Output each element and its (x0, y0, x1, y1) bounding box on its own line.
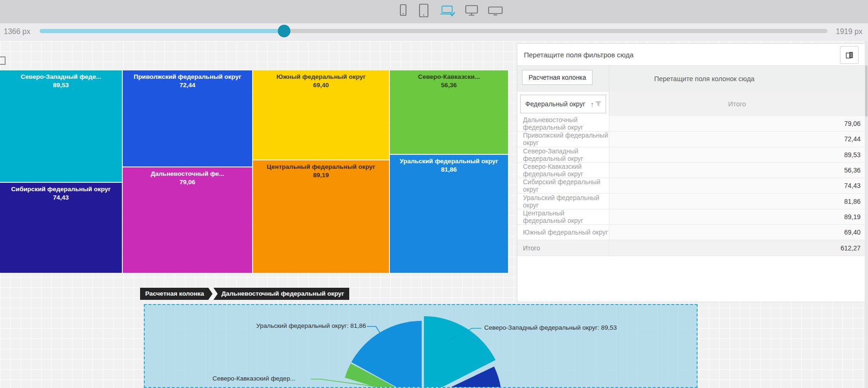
tile-name: Дальневосточный фе... (123, 170, 252, 178)
tile-name: Южный федеральный округ (253, 73, 389, 81)
row-name: Сибирский федеральный округ (517, 178, 609, 193)
row-name: Приволжский федеральный округ (517, 132, 609, 146)
filters-dropzone-label: Перетащите поля фильтров сюда (524, 44, 634, 66)
device-size-toolbar (0, 0, 868, 23)
treemap-tile[interactable]: Дальневосточный фе... 79,06 (123, 167, 252, 273)
sort-arrow-up-icon[interactable]: ↑ (591, 100, 594, 108)
treemap-tile[interactable]: Северо-Западный феде... 89,53 (0, 70, 122, 182)
table-row[interactable]: Сибирский федеральный округ 74,43 (517, 178, 865, 194)
tile-value: 74,43 (0, 194, 122, 202)
pie-label: Северо-Кавказский федер... (212, 375, 295, 382)
treemap-tile-label: Северо-Кавказски... 56,36 (390, 73, 508, 89)
row-name: Южный федеральный округ (517, 225, 609, 240)
row-value: 69,40 (609, 225, 865, 240)
row-field-label: Федеральный округ (525, 100, 591, 108)
tile-value: 56,36 (390, 81, 508, 90)
breadcrumb: Расчетная колонка Дальневосточный федера… (140, 288, 349, 300)
tile-name: Северо-Западный феде... (0, 73, 122, 81)
treemap-tile-label: Уральский федеральный округ 81,86 (390, 157, 508, 173)
scrollbar-thumb[interactable] (865, 65, 868, 117)
treemap-tile[interactable]: Уральский федеральный округ 81,86 (390, 155, 508, 273)
tile-name: Северо-Кавказски... (390, 73, 508, 81)
monitor-icon[interactable] (464, 2, 479, 19)
row-name: Дальневосточный федеральный округ (517, 116, 609, 131)
table-row[interactable]: Дальневосточный федеральный округ 79,06 (517, 116, 865, 132)
treemap-chart[interactable]: Северо-Западный феде... 89,53 Сибирский … (0, 70, 508, 273)
pie-label: Уральский федеральный округ: 81,86 (214, 322, 366, 329)
dashboard-canvas: Северо-Западный феде... 89,53 Сибирский … (0, 41, 868, 388)
treemap-tile[interactable]: Сибирский федеральный округ 74,43 (0, 183, 122, 273)
treemap-tile[interactable]: Центральный федеральный округ 89,19 (253, 160, 389, 273)
row-value: 56,36 (609, 163, 865, 178)
treemap-tile-label: Северо-Западный феде... 89,53 (0, 73, 122, 89)
total-row-value: 612,27 (609, 240, 865, 255)
duplicate-icon[interactable] (840, 46, 859, 64)
columns-dropzone-label: Перетащите поля колонок сюда (654, 75, 755, 83)
phone-icon[interactable] (397, 2, 409, 19)
resize-handle-icon[interactable] (0, 56, 6, 65)
filters-dropzone[interactable]: Перетащите поля фильтров сюда (517, 44, 865, 66)
treemap-tile[interactable]: Приволжский федеральный округ 72,44 (123, 70, 252, 166)
table-row[interactable]: Северо-Кавказский федеральный округ 56,3… (517, 163, 865, 178)
row-field-select[interactable]: Федеральный округ ↑ (520, 95, 606, 113)
breadcrumb-item: Дальневосточный федеральный округ (213, 288, 349, 300)
table-row[interactable]: Северо-Западный федеральный округ 89,53 (517, 147, 865, 163)
slider-max-label: 1919 px (836, 23, 862, 40)
table-row[interactable]: Приволжский федеральный округ 72,44 (517, 132, 865, 147)
row-value: 89,53 (609, 147, 865, 162)
viewport-width-slider[interactable] (40, 29, 827, 33)
rows-dropzone[interactable]: Расчетная колонка (517, 66, 609, 92)
treemap-tile-label: Южный федеральный округ 69,40 (253, 73, 389, 89)
row-name: Северо-Кавказский федеральный округ (517, 163, 609, 178)
tile-value: 72,44 (123, 81, 252, 90)
tile-name: Сибирский федеральный округ (0, 185, 122, 194)
table-total-row: Итого 612,27 (517, 240, 865, 256)
tile-value: 69,40 (253, 81, 389, 90)
device-buttons (397, 2, 503, 19)
treemap-tile[interactable]: Северо-Кавказски... 56,36 (390, 70, 508, 154)
columns-dropzone[interactable]: Перетащите поля колонок сюда (609, 66, 865, 92)
tablet-icon[interactable] (417, 2, 430, 19)
tile-value: 89,53 (0, 81, 122, 90)
tile-value: 79,06 (123, 178, 252, 187)
row-value: 89,19 (609, 209, 865, 224)
viewport-width-slider-row: 1366 px 1919 px (0, 23, 868, 41)
breadcrumb-item: Расчетная колонка (140, 288, 212, 300)
slider-fill (40, 29, 284, 33)
row-value: 81,86 (609, 194, 865, 208)
fields-config-row: Расчетная колонка Перетащите поля колоно… (517, 66, 865, 92)
slider-handle[interactable] (278, 25, 290, 37)
pie-chart-selection[interactable]: Уральский федеральный округ: 81,86 Север… (144, 304, 698, 388)
row-value: 74,43 (609, 178, 865, 193)
tile-name: Уральский федеральный округ (390, 157, 508, 166)
treemap-tile[interactable]: Южный федеральный округ 69,40 (253, 70, 389, 159)
widescreen-icon[interactable] (487, 2, 503, 19)
vertical-scrollbar[interactable] (865, 41, 868, 388)
pivot-table-body: Дальневосточный федеральный округ 79,06 … (517, 116, 865, 256)
pivot-builder-panel: Перетащите поля фильтров сюда Расчетная … (517, 43, 865, 302)
row-name: Северо-Западный федеральный округ (517, 147, 609, 162)
pivot-table-header: Федеральный округ ↑ Итого (517, 92, 865, 116)
row-field-chip[interactable]: Расчетная колонка (522, 70, 593, 85)
treemap-tile-label: Приволжский федеральный округ 72,44 (123, 73, 252, 89)
row-value: 79,06 (609, 116, 865, 131)
app-window: 1366 px 1919 px Северо-Западный феде... … (0, 0, 868, 388)
pie-label: Северо-Западный федеральный округ: 89,53 (484, 324, 617, 331)
total-column-header: Итого (609, 92, 865, 116)
row-field-cell: Федеральный округ ↑ (517, 92, 609, 116)
treemap-tile-label: Дальневосточный фе... 79,06 (123, 170, 252, 186)
total-row-name: Итого (517, 240, 609, 255)
table-row[interactable]: Уральский федеральный округ 81,86 (517, 194, 865, 209)
row-name: Уральский федеральный округ (517, 194, 609, 208)
table-row[interactable]: Центральный федеральный округ 89,19 (517, 209, 865, 225)
filter-funnel-icon[interactable] (595, 101, 602, 108)
row-value: 72,44 (609, 132, 865, 146)
treemap-tile-label: Центральный федеральный округ 89,19 (253, 163, 389, 179)
tile-value: 89,19 (253, 171, 389, 180)
slider-min-label: 1366 px (4, 23, 30, 40)
tile-value: 81,86 (390, 166, 508, 174)
row-name: Центральный федеральный округ (517, 209, 609, 224)
tile-name: Приволжский федеральный округ (123, 73, 252, 81)
table-row[interactable]: Южный федеральный округ 69,40 (517, 225, 865, 240)
laptop-icon[interactable] (439, 2, 456, 19)
